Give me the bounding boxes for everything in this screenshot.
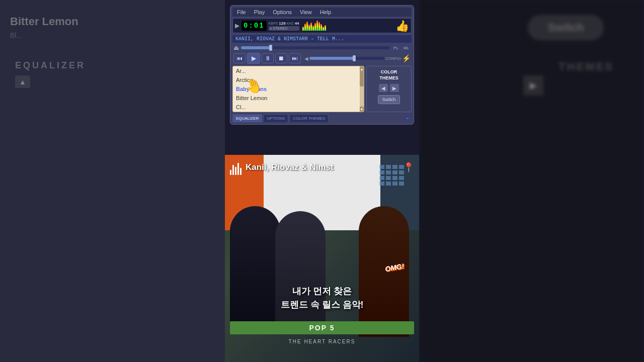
bg-right-arrow: ▶ — [523, 75, 543, 96]
lightning-icon: ⚡ — [402, 54, 411, 62]
eq-bar-8 — [316, 21, 318, 31]
korean-line-2: 트렌드 속 릴스 음악! — [230, 298, 414, 312]
wave-bar-2 — [232, 165, 234, 175]
prev-button[interactable]: ⏮ — [233, 53, 246, 63]
song-title-bar: KANII, RIOVAZ & NIMSTARR – TELL M... — [232, 35, 412, 43]
color-themes-panel: COLORTHEMES ◀ ▶ Switch — [366, 66, 412, 112]
player-display: ▶ 0:01 KBPS 128 KHZ 44 ∞ STEREO — [232, 18, 412, 33]
playlist-list: Ar... Arctica Baby Jeans Bitter Lemon Cl… — [233, 66, 360, 112]
heart-racers-text: THE HEART RACERS — [225, 339, 419, 344]
seek-handle[interactable] — [269, 45, 272, 51]
tab-minimize[interactable]: − — [404, 115, 412, 122]
eq-bar-3 — [306, 22, 308, 31]
scroll-thumb[interactable] — [360, 71, 364, 86]
menu-options[interactable]: Options — [271, 9, 293, 16]
menu-view[interactable]: View — [298, 9, 313, 16]
wave-bar-3 — [235, 167, 236, 175]
color-themes-nav: ◀ ▶ — [379, 84, 399, 92]
bg-left-panel: Bitter Lemon Bl... EQUALIZER ▲ — [0, 0, 225, 362]
person-3-silhouette — [359, 206, 409, 337]
bitrate-info: KBPS 128 KHZ 44 ∞ STEREO — [269, 21, 299, 31]
list-item[interactable]: Baby Jeans — [233, 84, 360, 94]
winamp-player: File Play Options View Help ▶ 0:01 KBPS … — [230, 5, 414, 125]
video-section: Kanii, Riovaz & Nimst 📍 OMG! 내가 먼저 찾은 트렌… — [225, 155, 419, 362]
eq-bar-12 — [325, 25, 326, 31]
color-themes-title: COLORTHEMES — [379, 69, 398, 81]
themes-next-arrow[interactable]: ▶ — [390, 84, 399, 92]
list-item[interactable]: Bitter Lemon — [233, 94, 360, 103]
bg-switch-button: Switch — [528, 15, 604, 40]
seek-bar-area: ⏏ PL ML — [232, 44, 412, 51]
thumbs-up-icon: 👍 — [395, 20, 409, 33]
seek-fill — [241, 46, 271, 49]
volume-handle[interactable] — [353, 55, 356, 61]
pop5-banner: POP 5 — [230, 321, 414, 334]
transport-controls: ⏮ ▶ ⏸ ⏹ ⏭ ◀ CONFIG ⚡ — [232, 53, 412, 64]
switch-button[interactable]: Switch — [378, 95, 400, 104]
seek-bar[interactable] — [241, 46, 390, 49]
ml-button[interactable]: ML — [402, 45, 411, 51]
khz-value: 44 — [295, 21, 299, 26]
next-button[interactable]: ⏭ — [289, 53, 301, 63]
menu-play[interactable]: Play — [253, 9, 266, 16]
vol-left-arrow: ◀ — [304, 56, 308, 61]
volume-area: ◀ CONFIG ⚡ — [304, 54, 411, 62]
eq-bar-6 — [312, 26, 314, 31]
tab-equalizer[interactable]: EQUALIZER — [232, 114, 262, 122]
eq-bars — [301, 21, 327, 31]
themes-prev-arrow[interactable]: ◀ — [379, 84, 388, 92]
bg-right-panel: Switch THEMES ▶ — [419, 0, 644, 362]
volume-bar[interactable] — [309, 57, 384, 60]
eject-icon[interactable]: ⏏ — [233, 44, 239, 51]
eq-bar-11 — [323, 27, 324, 31]
scroll-down-arrow[interactable]: ▼ — [360, 107, 364, 112]
playlist-container: Ar... Arctica Baby Jeans Bitter Lemon Cl… — [232, 66, 364, 112]
list-item[interactable]: Cl... — [233, 103, 360, 112]
bg-left-arrow: ▲ — [15, 75, 30, 88]
stereo-badge: ∞ STEREO — [269, 26, 299, 31]
list-item[interactable]: Ar... — [233, 66, 360, 75]
list-item[interactable]: Arctica — [233, 75, 360, 84]
khz-label: KHZ — [287, 22, 294, 25]
menu-help[interactable]: Help — [318, 9, 333, 16]
eq-bar-5 — [310, 23, 312, 31]
playlist-scrollbar[interactable]: ▲ ▼ — [360, 66, 364, 112]
bg-left-title: Bitter Lemon — [10, 15, 78, 28]
play-button[interactable]: ▶ — [247, 53, 260, 64]
tab-color-themes[interactable]: COLOR THEMES — [289, 114, 329, 122]
bg-left-equalizer: EQUALIZER — [15, 60, 86, 71]
eq-bar-9 — [318, 22, 320, 31]
pause-button[interactable]: ⏸ — [262, 53, 274, 63]
playlist-themes-area: Ar... Arctica Baby Jeans Bitter Lemon Cl… — [232, 66, 412, 112]
pl-button[interactable]: PL — [392, 45, 400, 51]
scroll-track — [360, 71, 364, 107]
bottom-tabs: EQUALIZER OPTIONS COLOR THEMES − — [232, 114, 412, 122]
location-pin-icon: 📍 — [403, 162, 414, 173]
eq-bar-7 — [314, 23, 316, 31]
eq-bar-1 — [302, 27, 304, 31]
group-photo: Kanii, Riovaz & Nimst 📍 OMG! 내가 먼저 찾은 트렌… — [225, 155, 419, 362]
time-display: 0:01 — [242, 21, 267, 31]
scroll-up-arrow[interactable]: ▲ — [360, 66, 364, 71]
bg-themes-text: THEMES — [558, 60, 614, 73]
eq-bar-2 — [304, 24, 306, 31]
wave-bar-4 — [237, 163, 239, 175]
mini-play-icon: ▶ — [235, 22, 239, 29]
wave-bar-1 — [230, 170, 231, 175]
wave-bar-5 — [240, 168, 242, 175]
artist-name: Kanii, Riovaz & Nimst — [246, 162, 334, 172]
config-label: CONFIG — [385, 56, 401, 61]
eq-bar-4 — [308, 25, 310, 31]
menu-file[interactable]: File — [235, 9, 248, 16]
stop-button[interactable]: ⏹ — [275, 53, 287, 63]
person-1-silhouette — [230, 206, 280, 332]
audio-wave-icon — [230, 160, 242, 175]
korean-line-1: 내가 먼저 찾은 — [230, 285, 414, 298]
menu-bar: File Play Options View Help — [232, 8, 412, 17]
bg-left-sub: Bl... — [10, 31, 22, 39]
korean-text-overlay: 내가 먼저 찾은 트렌드 속 릴스 음악! — [225, 285, 419, 312]
eq-bar-10 — [320, 24, 322, 31]
tab-options[interactable]: OPTIONS — [263, 114, 288, 122]
kbps-label: KBPS — [269, 22, 278, 25]
playlist-wrapper: Ar... Arctica Baby Jeans Bitter Lemon Cl… — [233, 66, 364, 112]
